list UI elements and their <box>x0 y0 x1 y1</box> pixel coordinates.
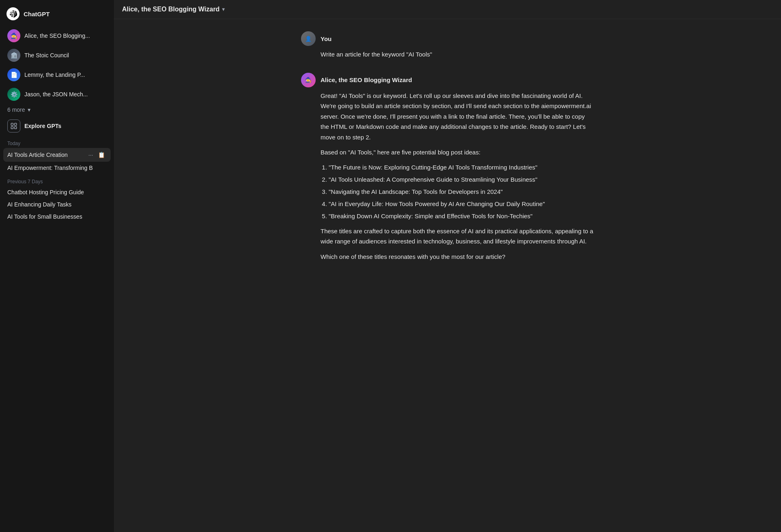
alice-message: 🧙 Alice, the SEO Blogging Wizard Great! … <box>301 73 594 262</box>
main-content: Alice, the SEO Blogging Wizard ▾ 👤 You W… <box>114 0 781 532</box>
history-item-ai-small-biz[interactable]: AI Tools for Small Businesses <box>3 211 111 223</box>
lemmy-name: Lemmy, the Landing P... <box>24 72 107 78</box>
list-item-3-text: "Navigating the AI Landscape: Top Tools … <box>329 188 503 195</box>
list-item-5-text: "Breaking Down AI Complexity: Simple and… <box>329 213 532 219</box>
more-gpts-button[interactable]: 6 more ▾ <box>3 104 111 115</box>
alice-name: Alice, the SEO Blogging... <box>24 33 96 39</box>
svg-rect-0 <box>11 123 13 125</box>
user-message-header: 👤 You <box>301 31 594 46</box>
user-sender-name: You <box>321 35 332 42</box>
previous-section-label: Previous 7 Days <box>3 174 111 186</box>
list-item-4-text: "AI in Everyday Life: How Tools Powered … <box>329 200 545 207</box>
ai-empowerment-label: AI Empowerment: Transforming B <box>7 165 107 171</box>
alice-ideas-intro: Based on "AI Tools," here are five poten… <box>321 147 594 158</box>
today-section-label: Today <box>3 136 111 148</box>
chat-area: 👤 You Write an article for the keyword "… <box>114 19 781 532</box>
sidebar-app-header[interactable]: ChatGPT <box>3 3 111 24</box>
user-avatar-icon: 👤 <box>305 36 312 42</box>
edit-conversation-button[interactable]: 📋 <box>96 151 107 159</box>
list-item-5: "Breaking Down AI Complexity: Simple and… <box>329 211 594 221</box>
alice-sender-name: Alice, the SEO Blogging Wizard <box>321 76 412 83</box>
alice-avatar-icon: 🧙 <box>305 77 312 83</box>
list-item-2-text: "AI Tools Unleashed: A Comprehensive Gui… <box>329 176 537 183</box>
list-item-2: "AI Tools Unleashed: A Comprehensive Gui… <box>329 175 594 185</box>
svg-rect-2 <box>11 127 13 129</box>
sidebar-item-stoic[interactable]: 🏛️ The Stoic Council <box>3 46 111 65</box>
explore-icon <box>7 119 20 132</box>
top-bar: Alice, the SEO Blogging Wizard ▾ <box>114 0 781 19</box>
jason-name: Jason, the JSON Mech... <box>24 91 107 98</box>
explore-gpts-button[interactable]: Explore GPTs <box>3 116 111 136</box>
sidebar-item-lemmy[interactable]: 📄 Lemmy, the Landing P... <box>3 65 111 85</box>
jason-avatar: ⚙️ <box>7 88 20 101</box>
ai-tools-label: AI Tools Article Creation <box>7 152 87 158</box>
title-chevron-icon: ▾ <box>222 7 225 12</box>
gpt-list: 🧙 Alice, the SEO Blogging... ✏️ 🏛️ The S… <box>3 26 111 136</box>
stoic-name: The Stoic Council <box>24 52 107 59</box>
ai-daily-label: AI Enhancing Daily Tasks <box>7 201 107 208</box>
sidebar-item-jason[interactable]: ⚙️ Jason, the JSON Mech... <box>3 85 111 104</box>
sidebar: ChatGPT 🧙 Alice, the SEO Blogging... ✏️ … <box>0 0 114 532</box>
ai-tools-actions: ··· 📋 <box>87 151 107 159</box>
alice-message-header: 🧙 Alice, the SEO Blogging Wizard <box>301 73 594 87</box>
chatgpt-logo <box>7 7 20 20</box>
app-name-label: ChatGPT <box>24 11 50 17</box>
history-item-chatbot-hosting[interactable]: Chatbot Hosting Pricing Guide <box>3 186 111 198</box>
list-item-1-text: "The Future is Now: Exploring Cutting-Ed… <box>329 164 537 171</box>
list-item-4: "AI in Everyday Life: How Tools Powered … <box>329 199 594 209</box>
alice-closing-paragraph: These titles are crafted to capture both… <box>321 226 594 247</box>
title-text: Alice, the SEO Blogging Wizard <box>122 6 220 13</box>
user-message: 👤 You Write an article for the keyword "… <box>301 31 594 60</box>
alice-blog-ideas-list: "The Future is Now: Exploring Cutting-Ed… <box>321 163 594 221</box>
alice-question-paragraph: Which one of these titles resonates with… <box>321 252 594 262</box>
chatbot-hosting-label: Chatbot Hosting Pricing Guide <box>7 189 107 195</box>
alice-intro-paragraph: Great! "AI Tools" is our keyword. Let's … <box>321 91 594 143</box>
user-avatar: 👤 <box>301 31 316 46</box>
sidebar-item-alice[interactable]: 🧙 Alice, the SEO Blogging... ✏️ <box>3 26 111 46</box>
message-container: 👤 You Write an article for the keyword "… <box>293 31 602 262</box>
alice-avatar: 🧙 <box>7 29 20 42</box>
history-item-ai-tools[interactable]: AI Tools Article Creation ··· 📋 <box>3 148 111 162</box>
svg-rect-1 <box>15 123 17 125</box>
list-item-3: "Navigating the AI Landscape: Top Tools … <box>329 187 594 197</box>
list-item-1: "The Future is Now: Exploring Cutting-Ed… <box>329 163 594 172</box>
more-label: 6 more <box>7 106 25 113</box>
explore-label: Explore GPTs <box>24 123 61 129</box>
user-message-body: Write an article for the keyword "AI Too… <box>301 49 594 60</box>
history-item-ai-daily[interactable]: AI Enhancing Daily Tasks <box>3 198 111 211</box>
conversation-title[interactable]: Alice, the SEO Blogging Wizard ▾ <box>122 6 225 13</box>
alice-message-body: Great! "AI Tools" is our keyword. Let's … <box>301 91 594 262</box>
svg-rect-3 <box>15 127 17 129</box>
lemmy-avatar: 📄 <box>7 68 20 81</box>
ai-small-biz-label: AI Tools for Small Businesses <box>7 213 107 220</box>
alice-message-avatar: 🧙 <box>301 73 316 87</box>
user-message-text: Write an article for the keyword "AI Too… <box>321 49 594 60</box>
stoic-avatar: 🏛️ <box>7 49 20 62</box>
more-options-button[interactable]: ··· <box>87 151 95 159</box>
history-item-ai-empowerment[interactable]: AI Empowerment: Transforming B <box>3 162 111 174</box>
chevron-down-icon: ▾ <box>28 106 31 113</box>
